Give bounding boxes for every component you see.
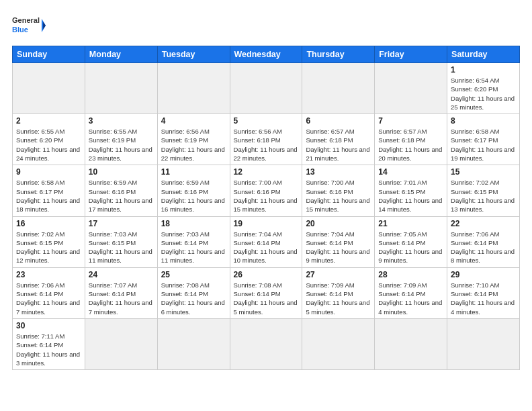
- day-info: Sunrise: 7:00 AM Sunset: 6:16 PM Dayligh…: [234, 178, 299, 214]
- calendar-cell: 12Sunrise: 7:00 AM Sunset: 6:16 PM Dayli…: [230, 165, 302, 216]
- col-monday: Monday: [85, 46, 157, 63]
- day-number: 30: [16, 321, 81, 330]
- day-info: Sunrise: 7:01 AM Sunset: 6:15 PM Dayligh…: [378, 178, 443, 214]
- calendar-cell: 2Sunrise: 6:55 AM Sunset: 6:20 PM Daylig…: [13, 114, 85, 165]
- header: General Blue: [12, 12, 520, 39]
- day-info: Sunrise: 7:02 AM Sunset: 6:15 PM Dayligh…: [451, 178, 516, 214]
- day-number: 10: [89, 167, 154, 177]
- day-info: Sunrise: 6:55 AM Sunset: 6:19 PM Dayligh…: [89, 127, 154, 163]
- calendar-cell: 16Sunrise: 7:02 AM Sunset: 6:15 PM Dayli…: [13, 216, 85, 267]
- day-info: Sunrise: 7:03 AM Sunset: 6:15 PM Dayligh…: [89, 230, 154, 265]
- day-info: Sunrise: 7:07 AM Sunset: 6:14 PM Dayligh…: [89, 281, 154, 316]
- calendar-cell: 10Sunrise: 6:59 AM Sunset: 6:16 PM Dayli…: [85, 165, 157, 216]
- day-info: Sunrise: 7:00 AM Sunset: 6:16 PM Dayligh…: [306, 178, 371, 214]
- page: General Blue Sunday Monday Tuesday Wedne…: [0, 0, 532, 382]
- day-number: 29: [451, 270, 516, 279]
- day-info: Sunrise: 7:11 AM Sunset: 6:14 PM Dayligh…: [16, 332, 81, 367]
- calendar-cell: 26Sunrise: 7:08 AM Sunset: 6:14 PM Dayli…: [230, 267, 302, 318]
- calendar-cell: 1Sunrise: 6:54 AM Sunset: 6:20 PM Daylig…: [447, 63, 520, 114]
- calendar-cell: 28Sunrise: 7:09 AM Sunset: 6:14 PM Dayli…: [375, 267, 447, 318]
- calendar-cell: 14Sunrise: 7:01 AM Sunset: 6:15 PM Dayli…: [375, 165, 447, 216]
- calendar-cell: 15Sunrise: 7:02 AM Sunset: 6:15 PM Dayli…: [447, 165, 520, 216]
- calendar-cell: [85, 63, 157, 114]
- calendar-cell: 23Sunrise: 7:06 AM Sunset: 6:14 PM Dayli…: [13, 267, 85, 318]
- calendar-cell: [157, 63, 230, 114]
- col-wednesday: Wednesday: [230, 46, 302, 63]
- calendar-cell: [302, 63, 375, 114]
- calendar-cell: 13Sunrise: 7:00 AM Sunset: 6:16 PM Dayli…: [302, 165, 375, 216]
- day-info: Sunrise: 7:09 AM Sunset: 6:14 PM Dayligh…: [306, 281, 371, 316]
- svg-text:Blue: Blue: [12, 26, 28, 34]
- day-number: 1: [451, 65, 516, 75]
- calendar-cell: 9Sunrise: 6:58 AM Sunset: 6:17 PM Daylig…: [13, 165, 85, 216]
- calendar-table: Sunday Monday Tuesday Wednesday Thursday…: [12, 46, 520, 370]
- day-number: 7: [378, 116, 443, 126]
- day-info: Sunrise: 7:06 AM Sunset: 6:14 PM Dayligh…: [451, 230, 516, 265]
- calendar-cell: [302, 318, 375, 369]
- day-number: 20: [306, 219, 371, 228]
- day-number: 4: [161, 116, 226, 126]
- calendar-cell: 22Sunrise: 7:06 AM Sunset: 6:14 PM Dayli…: [447, 216, 520, 267]
- day-info: Sunrise: 6:56 AM Sunset: 6:19 PM Dayligh…: [161, 127, 226, 163]
- day-number: 2: [16, 116, 81, 126]
- col-thursday: Thursday: [302, 46, 375, 63]
- calendar-cell: 21Sunrise: 7:05 AM Sunset: 6:14 PM Dayli…: [375, 216, 447, 267]
- day-number: 3: [89, 116, 154, 126]
- day-number: 17: [89, 219, 154, 228]
- day-info: Sunrise: 6:56 AM Sunset: 6:18 PM Dayligh…: [234, 127, 299, 163]
- logo-svg: General Blue: [12, 12, 46, 39]
- day-number: 14: [378, 167, 443, 177]
- calendar-cell: 30Sunrise: 7:11 AM Sunset: 6:14 PM Dayli…: [13, 318, 85, 369]
- calendar-cell: 6Sunrise: 6:57 AM Sunset: 6:18 PM Daylig…: [302, 114, 375, 165]
- day-number: 9: [16, 167, 81, 177]
- col-sunday: Sunday: [13, 46, 85, 63]
- day-info: Sunrise: 7:09 AM Sunset: 6:14 PM Dayligh…: [378, 281, 443, 316]
- day-number: 13: [306, 167, 371, 177]
- calendar-cell: 27Sunrise: 7:09 AM Sunset: 6:14 PM Dayli…: [302, 267, 375, 318]
- day-info: Sunrise: 6:58 AM Sunset: 6:17 PM Dayligh…: [16, 178, 81, 214]
- day-info: Sunrise: 7:05 AM Sunset: 6:14 PM Dayligh…: [378, 230, 443, 265]
- day-info: Sunrise: 7:08 AM Sunset: 6:14 PM Dayligh…: [234, 281, 299, 316]
- day-info: Sunrise: 6:59 AM Sunset: 6:16 PM Dayligh…: [89, 178, 154, 214]
- calendar-cell: [230, 63, 302, 114]
- day-number: 21: [378, 219, 443, 228]
- calendar-cell: 7Sunrise: 6:57 AM Sunset: 6:18 PM Daylig…: [375, 114, 447, 165]
- day-number: 27: [306, 270, 371, 279]
- calendar-cell: [13, 63, 85, 114]
- day-number: 8: [451, 116, 516, 126]
- col-friday: Friday: [375, 46, 447, 63]
- day-number: 19: [234, 219, 299, 228]
- day-info: Sunrise: 6:54 AM Sunset: 6:20 PM Dayligh…: [451, 76, 516, 111]
- day-number: 6: [306, 116, 371, 126]
- day-info: Sunrise: 7:04 AM Sunset: 6:14 PM Dayligh…: [306, 230, 371, 265]
- col-saturday: Saturday: [447, 46, 520, 63]
- calendar-cell: 29Sunrise: 7:10 AM Sunset: 6:14 PM Dayli…: [447, 267, 520, 318]
- day-info: Sunrise: 6:58 AM Sunset: 6:17 PM Dayligh…: [451, 127, 516, 163]
- day-info: Sunrise: 7:03 AM Sunset: 6:14 PM Dayligh…: [161, 230, 226, 265]
- day-number: 23: [16, 270, 81, 279]
- calendar-cell: 4Sunrise: 6:56 AM Sunset: 6:19 PM Daylig…: [157, 114, 230, 165]
- day-info: Sunrise: 6:57 AM Sunset: 6:18 PM Dayligh…: [378, 127, 443, 163]
- day-number: 12: [234, 167, 299, 177]
- day-info: Sunrise: 6:57 AM Sunset: 6:18 PM Dayligh…: [306, 127, 371, 163]
- day-number: 22: [451, 219, 516, 228]
- calendar-cell: 11Sunrise: 6:59 AM Sunset: 6:16 PM Dayli…: [157, 165, 230, 216]
- calendar-cell: 17Sunrise: 7:03 AM Sunset: 6:15 PM Dayli…: [85, 216, 157, 267]
- calendar-cell: 3Sunrise: 6:55 AM Sunset: 6:19 PM Daylig…: [85, 114, 157, 165]
- day-number: 28: [378, 270, 443, 279]
- day-number: 26: [234, 270, 299, 279]
- day-info: Sunrise: 7:10 AM Sunset: 6:14 PM Dayligh…: [451, 281, 516, 316]
- calendar-cell: [157, 318, 230, 369]
- day-info: Sunrise: 7:02 AM Sunset: 6:15 PM Dayligh…: [16, 230, 81, 265]
- calendar-cell: 19Sunrise: 7:04 AM Sunset: 6:14 PM Dayli…: [230, 216, 302, 267]
- calendar-cell: 20Sunrise: 7:04 AM Sunset: 6:14 PM Dayli…: [302, 216, 375, 267]
- svg-marker-3: [43, 21, 46, 30]
- day-info: Sunrise: 6:55 AM Sunset: 6:20 PM Dayligh…: [16, 127, 81, 163]
- day-number: 11: [161, 167, 226, 177]
- calendar-cell: 25Sunrise: 7:08 AM Sunset: 6:14 PM Dayli…: [157, 267, 230, 318]
- calendar-cell: 5Sunrise: 6:56 AM Sunset: 6:18 PM Daylig…: [230, 114, 302, 165]
- svg-text:General: General: [12, 16, 40, 24]
- day-number: 25: [161, 270, 226, 279]
- day-info: Sunrise: 7:06 AM Sunset: 6:14 PM Dayligh…: [16, 281, 81, 316]
- day-number: 24: [89, 270, 154, 279]
